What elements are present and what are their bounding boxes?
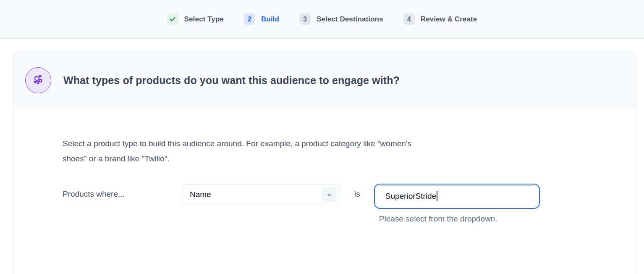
step-select-type[interactable]: Select Type [167,13,224,25]
page-title: What types of products do you want this … [63,74,400,87]
description-text: Select a product type to build this audi… [63,136,434,166]
text-caret [437,191,437,201]
step-build[interactable]: 2 Build [244,13,279,25]
step-label: Review & Create [421,15,477,24]
step-number-badge: 2 [244,13,255,25]
audience-build-card: What types of products do you want this … [13,52,636,274]
wizard-stepper-bar: Select Type 2 Build 3 Select Destination… [0,0,644,39]
product-field-select[interactable]: Name [182,184,340,205]
step-number-badge: 4 [403,13,415,25]
step-review-create[interactable]: 4 Review & Create [403,13,477,25]
step-label: Select Type [184,15,224,24]
value-input-group: SuperiorStride Please select from the dr… [374,184,539,224]
card-body: Select a product type to build this audi… [14,108,636,224]
card-header: What types of products do you want this … [14,52,636,108]
dropdown-helper-text: Please select from the dropdown. [379,214,539,224]
select-value: Name [190,190,322,199]
step-select-destinations[interactable]: 3 Select Destinations [299,13,383,25]
step-label: Select Destinations [317,15,383,24]
products-where-label: Products where... [63,184,182,199]
product-filter-row: Products where... Name is SuperiorStride… [63,184,636,224]
bubbles-icon [25,67,51,93]
check-icon [167,13,178,25]
is-connector-label: is [354,184,360,199]
input-value-text: SuperiorStride [385,192,436,201]
product-value-input[interactable]: SuperiorStride [376,185,538,207]
step-number-badge: 3 [299,13,311,25]
chevron-down-icon [322,187,337,202]
wizard-stepper: Select Type 2 Build 3 Select Destination… [167,13,477,25]
step-label: Build [261,15,279,24]
